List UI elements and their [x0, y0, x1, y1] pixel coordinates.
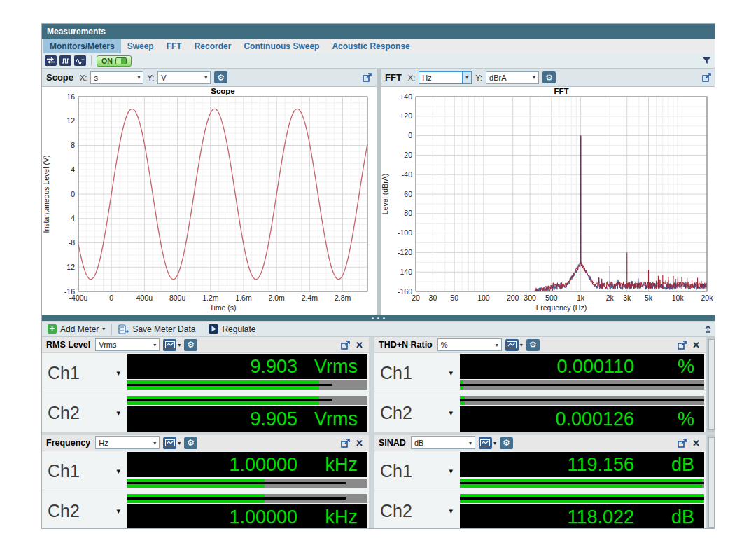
meter-value-display: 0.000110 % — [460, 354, 704, 379]
generator-on-toggle[interactable]: ON — [97, 55, 132, 67]
filter-icon[interactable] — [702, 55, 711, 67]
meter-panel-thdn-ratio: THD+N Ratio % ▾ ▾ ⚙ ✕ Ch1 ▾ — [374, 337, 706, 432]
settings-gear-icon[interactable]: ⚙ — [500, 437, 513, 449]
popout-icon[interactable] — [363, 73, 372, 82]
chevron-down-icon[interactable]: ▾ — [178, 440, 181, 446]
svg-text:500: 500 — [545, 294, 558, 302]
channel-selector-ch1[interactable]: Ch1 ▾ — [374, 452, 460, 490]
meter-channel-row: Ch2 ▾ 0.000126 % — [374, 394, 706, 432]
meter-style-icon[interactable] — [505, 339, 519, 351]
unit-combo[interactable]: Vrms ▾ — [95, 338, 160, 351]
tab-recorder[interactable]: Recorder — [188, 39, 238, 53]
meter-value-display: 9.905 Vrms — [127, 406, 368, 432]
svg-text:1k: 1k — [577, 294, 585, 302]
chevron-down-icon[interactable]: ▾ — [178, 342, 181, 348]
channel-selector-ch2[interactable]: Ch2 ▾ — [42, 394, 127, 432]
unit-combo[interactable]: dB ▾ — [411, 436, 475, 449]
settings-gear-icon[interactable]: ⚙ — [184, 437, 197, 449]
svg-text:Level (dBrA): Level (dBrA) — [381, 174, 389, 214]
svg-text:3k: 3k — [623, 294, 631, 302]
channel-selector-ch2[interactable]: Ch2 ▾ — [42, 492, 127, 529]
tab-continuous-sweep[interactable]: Continuous Sweep — [237, 39, 326, 53]
meter-value-display: 119.156 dB — [460, 452, 704, 477]
chevron-down-icon[interactable]: ▾ — [520, 342, 523, 348]
save-list-icon — [118, 324, 129, 334]
fft-panel-title: FFT — [385, 72, 402, 83]
tab-sweep[interactable]: Sweep — [121, 39, 160, 53]
tab-acoustic-response[interactable]: Acoustic Response — [326, 39, 416, 53]
settings-gear-icon[interactable]: ⚙ — [184, 339, 197, 351]
channel-selector-ch1[interactable]: Ch1 ▾ — [374, 354, 460, 392]
channel-selector-ch1[interactable]: Ch1 ▾ — [42, 452, 127, 490]
meter-panel-frequency: Frequency Hz ▾ ▾ ⚙ ✕ Ch1 ▾ — [42, 435, 369, 529]
popout-icon[interactable] — [341, 439, 351, 448]
chevron-down-icon: ▾ — [116, 369, 127, 378]
save-meter-data-button[interactable]: Save Meter Data — [115, 324, 198, 334]
scrollbar-thumb[interactable] — [708, 339, 715, 430]
settings-gear-icon[interactable]: ⚙ — [542, 71, 556, 83]
fft-panel: FFT X: Hz ▾ Y: dBrA ▾ ⚙ +40+200-20-40-60… — [381, 69, 715, 315]
unit-combo[interactable]: Hz ▾ — [95, 436, 160, 449]
svg-text:0: 0 — [109, 294, 113, 302]
tab-monitors-meters[interactable]: Monitors/Meters — [43, 39, 121, 53]
close-icon[interactable]: ✕ — [691, 438, 701, 448]
add-meter-button[interactable]: + Add Meter ▾ — [45, 324, 108, 334]
meters-area: RMS Level Vrms ▾ ▾ ⚙ ✕ Ch1 ▾ — [42, 337, 715, 528]
chevron-down-icon: ▾ — [529, 74, 538, 81]
scope-panel-header: Scope X: s ▾ Y: V ▾ ⚙ — [42, 69, 377, 87]
chevron-down-icon: ▾ — [492, 342, 501, 348]
signal-path-icon[interactable] — [45, 55, 57, 66]
meter-style-icon[interactable] — [163, 437, 176, 449]
scope-x-units-combo[interactable]: s ▾ — [90, 71, 144, 84]
scroll-top-icon[interactable] — [704, 323, 712, 336]
popout-icon[interactable] — [678, 439, 687, 448]
svg-text:20k: 20k — [701, 294, 714, 302]
tab-fft[interactable]: FFT — [160, 39, 188, 53]
regulate-label: Regulate — [222, 324, 255, 334]
chevron-down-icon: ▾ — [462, 72, 471, 83]
meter-panel-header: THD+N Ratio % ▾ ▾ ⚙ ✕ — [374, 337, 706, 353]
monitor-sine-icon[interactable] — [74, 55, 86, 66]
settings-gear-icon[interactable]: ⚙ — [526, 339, 540, 351]
settings-gear-icon[interactable]: ⚙ — [214, 71, 227, 83]
svg-text:-8: -8 — [69, 238, 75, 247]
channel-selector-ch2[interactable]: Ch2 ▾ — [374, 492, 460, 529]
fft-x-units-value: Hz — [419, 74, 462, 82]
popout-icon[interactable] — [702, 73, 712, 82]
regulate-button[interactable]: Regulate — [206, 324, 258, 334]
meter-style-icon[interactable] — [479, 437, 492, 449]
meter-channel-row: Ch2 ▾ 9.905 Vrms — [42, 394, 369, 432]
close-icon[interactable]: ✕ — [691, 340, 701, 350]
splitter-grip[interactable] — [42, 315, 715, 321]
meter-title: THD+N Ratio — [379, 340, 433, 350]
horizontal-splitter[interactable] — [42, 315, 715, 322]
generator-square-wave-icon[interactable] — [59, 55, 71, 66]
toolbar-separator — [202, 324, 202, 335]
svg-text:+20: +20 — [400, 111, 412, 120]
scrollbar-row2[interactable] — [707, 435, 715, 529]
svg-text:2k: 2k — [606, 294, 615, 302]
svg-text:-4: -4 — [69, 214, 75, 222]
meter-channel-row: Ch1 ▾ 119.156 dB — [374, 452, 706, 490]
close-icon[interactable]: ✕ — [354, 340, 365, 350]
chevron-down-icon: ▾ — [449, 369, 460, 378]
level-bar — [127, 396, 368, 405]
unit-combo[interactable]: % ▾ — [438, 338, 502, 351]
level-bar — [127, 494, 368, 503]
scrollbar-thumb[interactable] — [708, 437, 715, 528]
svg-text:1.6m: 1.6m — [235, 294, 252, 302]
close-icon[interactable]: ✕ — [354, 438, 365, 448]
meter-style-icon[interactable] — [163, 339, 176, 351]
fft-x-units-combo[interactable]: Hz ▾ — [419, 71, 472, 84]
channel-selector-ch2[interactable]: Ch2 ▾ — [374, 394, 460, 432]
svg-text:12: 12 — [66, 116, 75, 125]
fft-y-units-combo[interactable]: dBrA ▾ — [486, 71, 539, 84]
scope-x-axis-label: X: — [80, 74, 87, 82]
channel-selector-ch1[interactable]: Ch1 ▾ — [42, 354, 127, 392]
scrollbar-row1[interactable] — [707, 337, 715, 432]
scope-y-units-combo[interactable]: V ▾ — [158, 71, 211, 84]
chevron-down-icon[interactable]: ▾ — [493, 440, 496, 446]
popout-icon[interactable] — [678, 341, 687, 350]
popout-icon[interactable] — [341, 341, 351, 350]
scope-panel: Scope X: s ▾ Y: V ▾ ⚙ 1612840-4-8-12-16-… — [42, 69, 377, 315]
